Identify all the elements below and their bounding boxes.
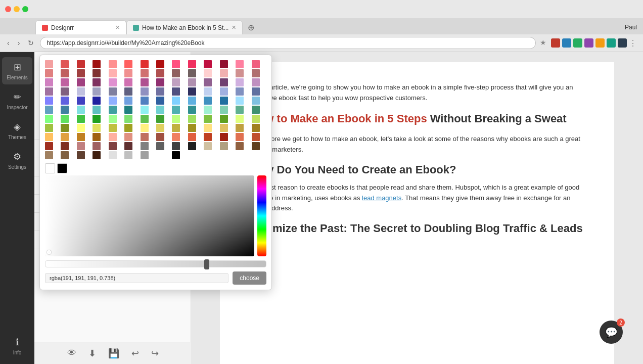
swatch[interactable]: [93, 151, 101, 159]
swatch[interactable]: [220, 78, 228, 86]
swatch[interactable]: [77, 133, 85, 141]
swatch[interactable]: [109, 97, 117, 105]
swatch[interactable]: [204, 133, 212, 141]
swatch[interactable]: [45, 60, 53, 68]
swatch[interactable]: [156, 124, 164, 132]
swatch[interactable]: [220, 69, 228, 77]
opacity-thumb[interactable]: [204, 259, 209, 269]
swatch[interactable]: [141, 106, 149, 114]
swatch[interactable]: [61, 151, 69, 159]
swatch[interactable]: [141, 97, 149, 105]
swatch[interactable]: [77, 124, 85, 132]
swatch[interactable]: [236, 124, 244, 132]
gradient-box[interactable]: [45, 175, 254, 256]
swatch[interactable]: [204, 69, 212, 77]
swatch[interactable]: [156, 78, 164, 86]
swatch[interactable]: [124, 133, 132, 141]
swatch[interactable]: [93, 60, 101, 68]
swatch[interactable]: [93, 142, 101, 150]
swatch[interactable]: [124, 106, 132, 114]
back-button[interactable]: ‹: [5, 38, 12, 48]
swatch[interactable]: [188, 115, 196, 123]
swatch[interactable]: [220, 87, 228, 96]
swatch[interactable]: [204, 60, 212, 68]
swatch[interactable]: [61, 97, 69, 105]
forward-button[interactable]: ›: [16, 38, 22, 48]
swatch[interactable]: [156, 106, 164, 114]
bookmark-icon[interactable]: ★: [540, 38, 549, 48]
address-input[interactable]: [40, 37, 536, 49]
reload-button[interactable]: ↻: [26, 38, 36, 48]
preview-button[interactable]: 👁: [65, 346, 78, 360]
swatch[interactable]: [156, 142, 164, 150]
swatch[interactable]: [252, 124, 260, 132]
swatch[interactable]: [252, 78, 260, 86]
redo-button[interactable]: ↪: [149, 346, 161, 361]
swatch[interactable]: [45, 69, 53, 77]
tab-designrr[interactable]: Designrr ✕: [35, 20, 126, 34]
swatch[interactable]: [93, 97, 101, 105]
swatch[interactable]: [188, 133, 196, 141]
swatch[interactable]: [220, 115, 228, 123]
swatch[interactable]: [156, 115, 164, 123]
swatch[interactable]: [172, 142, 180, 150]
swatch[interactable]: [204, 115, 212, 123]
swatch[interactable]: [172, 60, 180, 68]
swatch[interactable]: [109, 87, 117, 96]
gradient-spectrum[interactable]: [257, 175, 266, 256]
swatch[interactable]: [93, 124, 101, 132]
swatch[interactable]: [188, 106, 196, 114]
swatch[interactable]: [61, 106, 69, 114]
gradient-cursor[interactable]: [47, 250, 51, 254]
swatch[interactable]: [93, 133, 101, 141]
swatch[interactable]: [45, 87, 53, 96]
swatch[interactable]: [93, 78, 101, 86]
swatch[interactable]: [252, 97, 260, 105]
swatch[interactable]: [204, 106, 212, 114]
swatch[interactable]: [172, 78, 180, 86]
sidebar-item-settings[interactable]: ⚙ Settings: [2, 147, 32, 174]
swatch[interactable]: [124, 142, 132, 150]
swatch[interactable]: [236, 60, 244, 68]
swatch[interactable]: [204, 87, 212, 96]
ext-icon-5[interactable]: [595, 38, 605, 48]
swatch[interactable]: [77, 142, 85, 150]
swatch[interactable]: [77, 78, 85, 86]
swatch[interactable]: [61, 133, 69, 141]
swatch[interactable]: [124, 151, 132, 159]
swatch[interactable]: [156, 151, 164, 159]
swatch[interactable]: [45, 142, 53, 150]
swatch[interactable]: [236, 97, 244, 105]
swatch[interactable]: [188, 78, 196, 86]
swatch[interactable]: [109, 151, 117, 159]
swatch[interactable]: [220, 60, 228, 68]
swatch[interactable]: [220, 133, 228, 141]
swatch[interactable]: [172, 87, 180, 96]
swatch[interactable]: [61, 87, 69, 96]
ext-icon-2[interactable]: [562, 38, 571, 48]
swatch[interactable]: [252, 115, 260, 123]
swatch[interactable]: [141, 142, 149, 150]
swatch[interactable]: [252, 133, 260, 141]
color-value-input[interactable]: [45, 273, 228, 283]
swatch[interactable]: [220, 106, 228, 114]
tab-close-icon-2[interactable]: ✕: [232, 24, 236, 31]
swatch[interactable]: [45, 133, 53, 141]
new-tab-button[interactable]: ⊕: [243, 23, 259, 32]
swatch[interactable]: [141, 115, 149, 123]
sidebar-item-elements[interactable]: ⊞ Elements: [2, 57, 32, 84]
swatch[interactable]: [204, 124, 212, 132]
opacity-bar[interactable]: [45, 260, 266, 267]
swatch[interactable]: [77, 115, 85, 123]
swatch[interactable]: [172, 106, 180, 114]
swatch[interactable]: [109, 133, 117, 141]
black-swatch[interactable]: [57, 163, 67, 173]
chat-widget[interactable]: 💬 2: [600, 321, 623, 344]
lead-magnets-link[interactable]: lead magnets: [362, 194, 401, 202]
close-button[interactable]: [5, 6, 11, 12]
swatch[interactable]: [220, 142, 228, 150]
swatch[interactable]: [109, 115, 117, 123]
swatch[interactable]: [124, 87, 132, 96]
swatch[interactable]: [141, 60, 149, 68]
swatch[interactable]: [77, 151, 85, 159]
